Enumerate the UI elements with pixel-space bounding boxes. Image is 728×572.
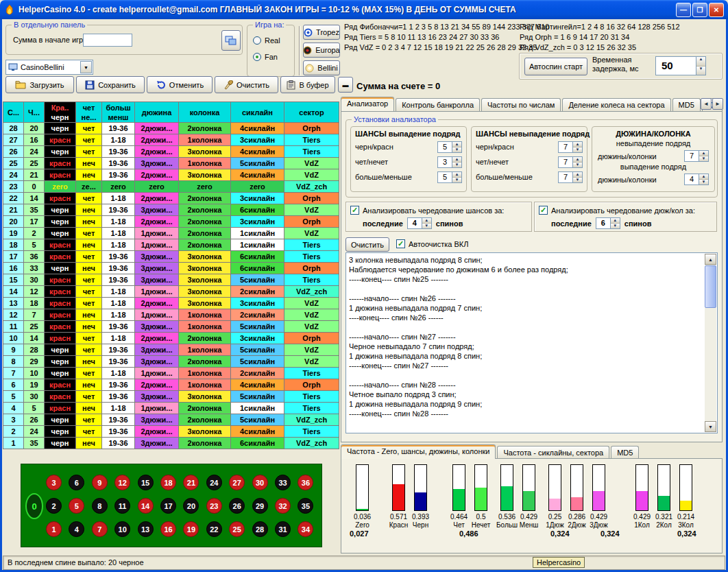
roulette-number-7[interactable]: 7 — [92, 521, 108, 537]
roulette-number-31[interactable]: 31 — [275, 521, 291, 537]
roulette-number-17[interactable]: 17 — [160, 498, 176, 514]
load-button[interactable]: Загрузить — [5, 76, 74, 93]
roulette-number-20[interactable]: 20 — [183, 498, 199, 514]
up-arrow-icon[interactable]: ▲ — [452, 172, 461, 178]
casino-button-europa[interactable]: Europa — [303, 43, 340, 58]
up-arrow-icon[interactable]: ▲ — [696, 57, 705, 67]
main-tab-4[interactable]: Деление колеса на сектора — [562, 98, 670, 111]
main-tab-1[interactable]: Анализатор — [341, 97, 394, 111]
roulette-number-27[interactable]: 27 — [229, 475, 245, 490]
roulette-number-0[interactable]: 0 — [25, 493, 43, 519]
down-arrow-icon[interactable]: ▼ — [452, 178, 461, 182]
parity-cell: неч — [76, 403, 102, 414]
down-arrow-icon[interactable]: ▼ — [573, 178, 582, 182]
down-arrow-icon[interactable]: ▼ — [699, 180, 708, 184]
roulette-number-26[interactable]: 26 — [229, 498, 245, 514]
chevron-down-icon[interactable]: ▼ — [80, 61, 92, 73]
roulette-number-3[interactable]: 3 — [46, 475, 62, 490]
setting-row: больше/меньше7▲▼ — [472, 169, 587, 184]
roulette-number-25[interactable]: 25 — [229, 521, 245, 537]
tabs-scroll-right-button[interactable]: ► — [712, 98, 723, 110]
undo-button[interactable]: Отменить — [147, 76, 213, 93]
log-scrollbar[interactable]: ▲ ▼ — [705, 254, 716, 432]
roulette-number-23[interactable]: 23 — [206, 498, 222, 514]
autoclear-checkbox-row[interactable]: ✓ Автоочистка ВКЛ — [396, 239, 468, 248]
chart-tab-2[interactable]: Частота - сиклайны, сектора — [497, 446, 609, 459]
down-arrow-icon[interactable]: ▼ — [699, 156, 708, 161]
casino-combobox[interactable]: CasinoBellini ▼ — [5, 60, 93, 75]
down-arrow-icon[interactable]: ▼ — [452, 163, 461, 167]
up-arrow-icon[interactable]: ▲ — [573, 142, 582, 147]
down-arrow-icon[interactable]: ▼ — [573, 163, 582, 167]
roulette-number-16[interactable]: 16 — [160, 521, 176, 537]
maximize-button[interactable]: ❐ — [692, 3, 707, 17]
roulette-number-33[interactable]: 33 — [275, 475, 291, 490]
clear-button[interactable]: Очистить — [215, 76, 278, 93]
roulette-number-29[interactable]: 29 — [252, 498, 268, 514]
roulette-number-34[interactable]: 34 — [298, 521, 313, 537]
analyzer-log[interactable]: 3 колонка невыпадала подряд 8 спин; Набл… — [345, 252, 718, 433]
roulette-number-8[interactable]: 8 — [92, 498, 108, 514]
scrollbar-thumb[interactable] — [705, 265, 716, 308]
detach-panel-button[interactable] — [221, 30, 241, 51]
down-arrow-icon[interactable]: ▼ — [696, 67, 705, 75]
roulette-number-13[interactable]: 13 — [138, 521, 154, 537]
roulette-number-6[interactable]: 6 — [69, 475, 84, 490]
roulette-number-10[interactable]: 10 — [114, 521, 130, 537]
radio-fan[interactable]: Fan — [253, 53, 278, 61]
close-button[interactable]: ✕ — [709, 3, 724, 17]
radio-real[interactable]: Real — [253, 36, 280, 45]
main-tab-5[interactable]: MD5 — [672, 98, 701, 111]
analyzer-clear-button[interactable]: Очистить — [345, 237, 389, 252]
roulette-number-28[interactable]: 28 — [252, 521, 268, 537]
roulette-number-36[interactable]: 36 — [298, 475, 313, 490]
down-arrow-icon[interactable]: ▼ — [452, 147, 461, 152]
up-arrow-icon[interactable]: ▲ — [699, 174, 708, 180]
up-arrow-icon[interactable]: ▲ — [699, 151, 708, 156]
roulette-number-35[interactable]: 35 — [298, 498, 313, 514]
down-arrow-icon[interactable]: ▼ — [611, 224, 620, 228]
autoclear-checkbox[interactable]: ✓ — [396, 239, 405, 248]
up-arrow-icon[interactable]: ▲ — [573, 172, 582, 178]
up-arrow-icon[interactable]: ▲ — [452, 157, 461, 163]
roulette-number-22[interactable]: 22 — [206, 521, 222, 537]
tabs-scroll-left-button[interactable]: ◄ — [701, 98, 712, 110]
casino-button-bellini[interactable]: Bellini — [303, 60, 340, 75]
roulette-number-15[interactable]: 15 — [138, 475, 154, 490]
down-arrow-icon[interactable]: ▼ — [573, 147, 582, 152]
roulette-number-32[interactable]: 32 — [275, 498, 291, 514]
roulette-number-24[interactable]: 24 — [206, 475, 222, 490]
up-arrow-icon[interactable]: ▲ — [573, 157, 582, 163]
roulette-number-30[interactable]: 30 — [252, 475, 268, 490]
save-button[interactable]: Сохранить — [76, 76, 145, 93]
to-buffer-button[interactable]: В буфер — [280, 76, 335, 93]
roulette-number-12[interactable]: 12 — [114, 475, 130, 490]
alternation-dozens-checkbox[interactable]: ✓ — [539, 206, 548, 215]
autospin-start-button[interactable]: Автоспин старт — [524, 58, 587, 75]
chart-tab-3[interactable]: MD5 — [611, 446, 639, 459]
main-tab-2[interactable]: Контроль банкролла — [396, 98, 480, 111]
alternation-chances-checkbox[interactable]: ✓ — [350, 206, 359, 215]
up-arrow-icon[interactable]: ▲ — [611, 218, 620, 224]
roulette-number-14[interactable]: 14 — [138, 498, 154, 514]
roulette-number-2[interactable]: 2 — [46, 498, 62, 514]
roulette-number-21[interactable]: 21 — [183, 475, 199, 490]
minimize-button[interactable]: — — [676, 3, 691, 17]
roulette-number-11[interactable]: 11 — [114, 498, 130, 514]
scroll-up-icon[interactable]: ▲ — [705, 254, 716, 265]
main-tab-3[interactable]: Частоты по числам — [481, 98, 561, 111]
down-arrow-icon[interactable]: ▼ — [422, 224, 431, 228]
roulette-number-5[interactable]: 5 — [69, 498, 84, 514]
roulette-number-19[interactable]: 19 — [183, 521, 199, 537]
roulette-number-18[interactable]: 18 — [160, 475, 176, 490]
up-arrow-icon[interactable]: ▲ — [422, 218, 431, 224]
roulette-number-4[interactable]: 4 — [69, 521, 84, 537]
start-sum-input[interactable] — [83, 34, 132, 47]
collapse-button[interactable]: ▬ — [338, 77, 353, 93]
roulette-number-1[interactable]: 1 — [46, 521, 62, 537]
casino-button-tropez[interactable]: Tropez — [303, 25, 340, 40]
chart-tab-1[interactable]: Частота - Zero, шансы, дюжины, колонки — [341, 444, 496, 459]
roulette-number-9[interactable]: 9 — [92, 475, 108, 490]
scroll-down-icon[interactable]: ▼ — [705, 421, 716, 432]
up-arrow-icon[interactable]: ▲ — [452, 142, 461, 147]
